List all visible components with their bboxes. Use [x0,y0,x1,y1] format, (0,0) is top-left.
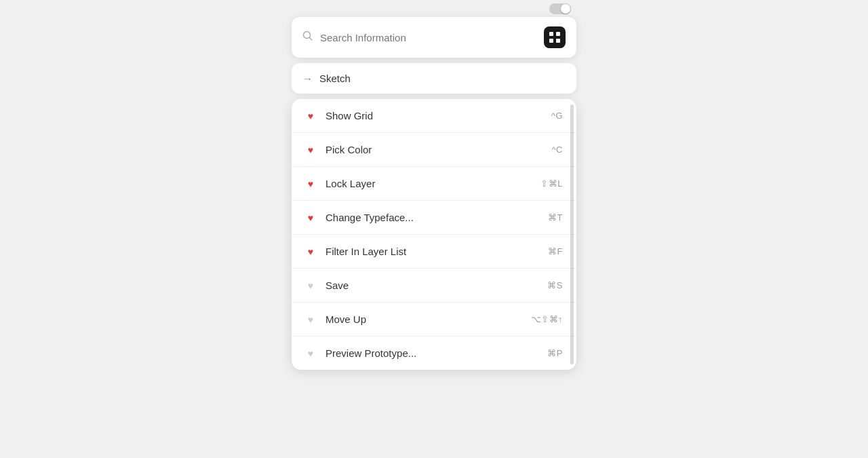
menu-item-save[interactable]: ♥Save⌘S [292,269,576,303]
search-icon [302,31,313,44]
menu-shortcut-save: ⌘S [547,280,563,290]
sketch-row[interactable]: → Sketch [292,63,576,94]
heart-icon-filter-in-layer-list[interactable]: ♥ [305,246,316,257]
menu-shortcut-filter-in-layer-list: ⌘F [548,246,563,256]
menu-shortcut-lock-layer: ⇧⌘L [540,178,563,189]
menu-label-change-typeface: Change Typeface... [326,212,538,223]
menu-item-change-typeface[interactable]: ♥Change Typeface...⌘T [292,201,576,235]
svg-line-1 [310,38,313,41]
menu-list: ♥Show Grid^G♥Pick Color^C♥Lock Layer⇧⌘L♥… [292,99,576,370]
heart-icon-save[interactable]: ♥ [305,280,316,291]
search-input[interactable] [320,32,537,43]
menu-item-filter-in-layer-list[interactable]: ♥Filter In Layer List⌘F [292,235,576,269]
heart-icon-show-grid[interactable]: ♥ [305,111,316,121]
heart-icon-change-typeface[interactable]: ♥ [305,212,316,223]
menu-item-show-grid[interactable]: ♥Show Grid^G [292,99,576,133]
svg-rect-5 [556,39,560,43]
menu-shortcut-pick-color: ^C [552,145,564,155]
menu-label-pick-color: Pick Color [326,144,542,155]
heart-icon-preview-prototype[interactable]: ♥ [305,348,316,359]
sketch-arrow-icon: → [302,73,313,84]
search-container [292,17,576,58]
toggle-area [292,3,576,17]
menu-label-lock-layer: Lock Layer [326,178,531,189]
menu-shortcut-move-up: ⌥⇧⌘↑ [531,314,564,324]
menu-item-preview-prototype[interactable]: ♥Preview Prototype...⌘P [292,337,576,370]
toggle-pill[interactable] [549,3,571,14]
panel-wrapper: → Sketch ♥Show Grid^G♥Pick Color^C♥Lock … [292,3,576,370]
menu-label-save: Save [326,280,538,291]
menu-item-pick-color[interactable]: ♥Pick Color^C [292,133,576,167]
svg-rect-3 [556,32,560,36]
menu-label-preview-prototype: Preview Prototype... [326,347,538,359]
heart-icon-lock-layer[interactable]: ♥ [305,178,316,189]
menu-item-move-up[interactable]: ♥Move Up⌥⇧⌘↑ [292,303,576,337]
heart-icon-pick-color[interactable]: ♥ [305,145,316,155]
menu-item-lock-layer[interactable]: ♥Lock Layer⇧⌘L [292,167,576,201]
menu-shortcut-show-grid: ^G [551,111,563,121]
heart-icon-move-up[interactable]: ♥ [305,314,316,325]
menu-shortcut-change-typeface: ⌘T [548,212,563,223]
app-icon-button[interactable] [544,26,566,48]
svg-rect-4 [549,39,553,43]
menu-label-move-up: Move Up [326,313,521,325]
menu-label-filter-in-layer-list: Filter In Layer List [326,246,538,257]
sketch-label: Sketch [319,73,351,84]
menu-shortcut-preview-prototype: ⌘P [547,348,563,358]
menu-label-show-grid: Show Grid [326,110,542,121]
svg-rect-2 [549,32,553,36]
